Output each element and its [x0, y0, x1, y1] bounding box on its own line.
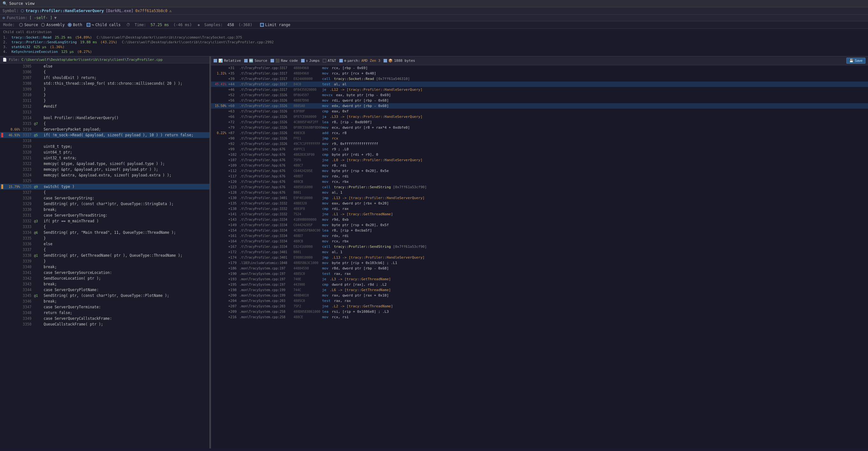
source-line-3333[interactable]: 3333 {	[0, 224, 210, 230]
relative-toggle[interactable]: 📊 Relative	[214, 59, 241, 63]
source-line-3339[interactable]: 3339 }	[0, 258, 210, 264]
source-panel[interactable]: 📄 File: C:\Users\wolf\Desktop\darkrl\con…	[0, 56, 210, 448]
source-line-3314[interactable]: 3314 bool Profiler::HandleServerQuery()	[0, 115, 210, 121]
uarch-toggle[interactable]: ⚙ μarch: AMD Zen 3	[339, 59, 380, 63]
source-line-3348[interactable]: 3348 return false;	[0, 310, 210, 315]
source-line-3341[interactable]: 3341 case ServerQuerySourceLocation:	[0, 270, 210, 275]
limit-range-toggle[interactable]: Limit range	[260, 23, 290, 27]
asm-line-11[interactable]: +79.t\TracyProfiler.cpp:33260F8BCE060BF0…	[211, 125, 868, 130]
mode-source[interactable]: Source	[19, 23, 38, 27]
asm-line-1[interactable]: 1.31%+35.t\TracyProfiler.cpp:33174888496…	[211, 71, 868, 76]
asm-line-18[interactable]: +109.t\TracyProfiler.hpp:676488C7mov r8,…	[211, 163, 868, 168]
asm-panel[interactable]: 📊 Relative 🔤 Source ⬛ Raw code ↕ Jumps A…	[211, 56, 868, 448]
source-line-3319[interactable]: 3319 uint8_t type;	[0, 144, 210, 149]
source-line-3335[interactable]: 3335 }	[0, 235, 210, 241]
source-line-3347[interactable]: 3347 case ServerQueryTerminate:	[0, 304, 210, 310]
asm-line-26[interactable]: +138.t\TracyProfiler.cpp:33324883F8cmp r…	[211, 206, 868, 211]
source-line-3316[interactable]: 0.66%3316 ServerQueryPacket payload;	[0, 126, 210, 132]
asm-line-17[interactable]: +107.t\TracyProfiler.hpp:67675F6jne .L0 …	[211, 157, 868, 163]
asm-line-19[interactable]: +112.t\TracyProfiler.hpp:676C64424205Emo…	[211, 168, 868, 174]
asm-line-5[interactable]: +52.t\TracyProfiler.cpp:33260F864597movz…	[211, 92, 868, 98]
source-line-3323[interactable]: 3323 memcpy( &ptr, &payload.ptr, sizeof(…	[0, 167, 210, 172]
source-line-3317[interactable]: 46.93%3317@5 if( !m_sock->Read( &payload…	[0, 132, 210, 138]
source-line-3308[interactable]: 3308 std::this_thread::sleep_for( std::c…	[0, 81, 210, 86]
asm-line-7[interactable]: 15.50%+60.t\TracyProfiler.cpp:33268B85A0…	[211, 103, 868, 109]
source-toggle[interactable]: 🔤 Source	[244, 59, 267, 63]
asm-line-46[interactable]: +216.mon\TracySystem.cpp:258488CEmov rcx…	[211, 314, 868, 320]
asm-line-2[interactable]: +39.t\TracyProfiler.cpp:3317E824A00000ca…	[211, 76, 868, 82]
source-line-3320[interactable]: 3320 uint64_t ptr;	[0, 149, 210, 155]
asm-line-12[interactable]: 0.22%+87.t\TracyProfiler.cpp:33264903C8a…	[211, 130, 868, 136]
jumps-toggle[interactable]: ↕ Jumps	[301, 59, 320, 63]
source-line-3334[interactable]: 3334@6 SendString( ptr, "Main thread", 1…	[0, 230, 210, 235]
asm-line-44[interactable]: +207.mon\TracySystem.cpp:20375F2jne .L2 …	[211, 304, 868, 309]
source-line-3311[interactable]: 3311 }	[0, 98, 210, 103]
source-line-3350[interactable]: 3350 QueueCallstackFrame( ptr );	[0, 321, 210, 327]
asm-line-33[interactable]: +167.t\TracyProfiler.cpp:3334E824160000c…	[211, 244, 868, 249]
source-line-3312[interactable]: 3312 #endif	[0, 103, 210, 109]
source-line-3343[interactable]: 3343 break;	[0, 281, 210, 287]
asm-line-8[interactable]: +63.t\TracyProfiler.cpp:332683F80Fcmp ea…	[211, 109, 868, 114]
source-line-3338[interactable]: 3338@1 SendString( ptr, GetThreadName( p…	[0, 252, 210, 258]
asm-line-4[interactable]: +46.t\TracyProfiler.cpp:33170F8435020000…	[211, 87, 868, 92]
asm-line-32[interactable]: +164.t\TracyProfiler.cpp:3334488CBmov rc…	[211, 239, 868, 244]
source-line-3331[interactable]: 3331 case ServerQueryThreadString:	[0, 212, 210, 218]
asm-line-28[interactable]: +143.t\TracyProfiler.cpp:333441B90B00000…	[211, 217, 868, 222]
source-line-3310[interactable]: 3310 }	[0, 92, 210, 98]
asm-line-21[interactable]: +120.t\TracyProfiler.hpp:676488CBmov rcx…	[211, 179, 868, 184]
mode-both[interactable]: Both	[68, 23, 82, 27]
source-line-3344[interactable]: 3344 case ServerQueryPlotName:	[0, 287, 210, 293]
source-line-3307[interactable]: 3307 if( shouldExit ) return;	[0, 75, 210, 81]
asm-line-37[interactable]: +186.mon\TracySystem.cpp:19744884598mov …	[211, 266, 868, 271]
asm-line-16[interactable]: +102.t\TracyProfiler.hpp:676488203C0F00c…	[211, 152, 868, 157]
source-line-3332[interactable]: 3332@3 if( ptr == m_mainThread )	[0, 218, 210, 224]
asm-line-23[interactable]: +128.t\TracyProfiler.hpp:676B801mov al, …	[211, 190, 868, 195]
source-line-3318[interactable]: 3318	[0, 138, 210, 144]
source-line-3327[interactable]: 3327 {	[0, 189, 210, 195]
source-line-3329[interactable]: 3329 SendString( ptr, (const char*)ptr, …	[0, 201, 210, 207]
asm-line-39[interactable]: +193.mon\TracySystem.cpp:197740Eje .L3 -…	[211, 276, 868, 282]
source-line-3321[interactable]: 3321 uint32_t extra;	[0, 155, 210, 161]
source-line-3340[interactable]: 3340 break;	[0, 264, 210, 270]
asm-line-9[interactable]: +66.t\TracyProfiler.cpp:33260F87CE060000…	[211, 114, 868, 119]
asm-line-41[interactable]: +198.mon\TracySystem.cpp:199744Cje .L6 -…	[211, 287, 868, 293]
source-line-3342[interactable]: 3342 SendSourceLocation( ptr );	[0, 275, 210, 281]
asm-line-20[interactable]: +117.t\TracyProfiler.hpp:676488D7mov rdx…	[211, 174, 868, 179]
mode-assembly[interactable]: Assembly	[41, 23, 65, 27]
asm-line-25[interactable]: +135.t\TracyProfiler.cpp:333248B8320mov …	[211, 201, 868, 206]
source-line-3325[interactable]: 3325	[0, 178, 210, 184]
source-line-3337[interactable]: 3337 {	[0, 247, 210, 252]
asm-line-45[interactable]: +209.mon\TracySystem.cpp:258488D05E88610…	[211, 309, 868, 314]
att-toggle[interactable]: AT&T	[323, 59, 336, 63]
source-line-3313[interactable]: 3313	[0, 109, 210, 115]
source-line-3328[interactable]: 3328 case ServerQueryString:	[0, 195, 210, 201]
asm-line-31[interactable]: +161.t\TracyProfiler.cpp:3334488D7mov rd…	[211, 233, 868, 239]
bytes-toggle[interactable]: 📦 1888 bytes	[383, 59, 415, 63]
asm-line-43[interactable]: +204.mon\TracySystem.cpp:2034885C0test r…	[211, 298, 868, 304]
source-line-3305[interactable]: 3305 else	[0, 63, 210, 69]
source-line-3306[interactable]: 3306 {	[0, 69, 210, 75]
source-line-3330[interactable]: 3330 break;	[0, 207, 210, 212]
child-calls-toggle[interactable]: ↪ Child calls	[87, 23, 121, 27]
asm-line-36[interactable]: +179.l103\include\atomic:1048488D5B63C10…	[211, 260, 868, 266]
asm-line-3[interactable]: 45.41%+44.t\TracyProfiler.cpp:331784C0te…	[211, 82, 868, 87]
asm-line-40[interactable]: +195.mon\TracySystem.cpp:197443900cmp dw…	[211, 282, 868, 287]
source-line-3326[interactable]: 15.79%3326@9 switch( type )	[0, 184, 210, 189]
source-line-3315[interactable]: 3315@7 {	[0, 121, 210, 126]
source-line-3324[interactable]: 3324 memcpy( &extra, &payload.extra, siz…	[0, 172, 210, 178]
asm-line-34[interactable]: +172.t\TracyProfiler.cpp:3401B801mov al,…	[211, 249, 868, 255]
asm-line-15[interactable]: +99.t\TracyProfiler.hpp:67649FFC1inc r9 …	[211, 147, 868, 152]
asm-line-0[interactable]: +31.t\TracyProfiler.cpp:331748884960mov …	[211, 65, 868, 71]
asm-line-14[interactable]: +92.t\TracyProfiler.cpp:332649C7C1FFFFFF…	[211, 141, 868, 147]
asm-line-24[interactable]: +130.t\TracyProfiler.cpp:3401E9F4010000j…	[211, 195, 868, 201]
asm-line-30[interactable]: +154.t\TracyProfiler.cpp:33344C8D055FBA0…	[211, 228, 868, 233]
source-line-3345[interactable]: 3345@1 SendString( ptr, (const char*)ptr…	[0, 293, 210, 298]
asm-line-42[interactable]: +200.mon\TracySystem.cpp:199488B4010mov …	[211, 293, 868, 298]
asm-line-35[interactable]: +174.t\TracyProfiler.cpp:3401E988010000j…	[211, 255, 868, 260]
asm-line-6[interactable]: +56.t\TracyProfiler.cpp:332648887D98mov …	[211, 98, 868, 103]
asm-line-13[interactable]: +90.t\TracyProfiler.cpp:3326FFE1jmp rcx	[211, 136, 868, 141]
function-dropdown-icon[interactable]: ▼	[55, 16, 57, 20]
source-line-3349[interactable]: 3349 case ServerQueryCallstackFrame:	[0, 315, 210, 321]
asm-line-22[interactable]: +123.t\TracyProfiler.hpp:6764885016000ca…	[211, 184, 868, 190]
save-button[interactable]: 💾 Save	[846, 58, 865, 64]
